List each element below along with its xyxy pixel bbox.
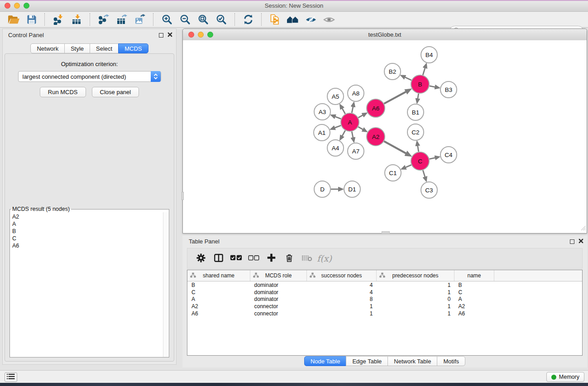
open-file-button[interactable] xyxy=(5,14,22,26)
network-canvas[interactable]: B4B2BB3A5A8A6B1A3AC2A1A2A4A7C4CC1C3DD1 xyxy=(183,40,587,233)
mcds-result-item[interactable]: A2 xyxy=(12,213,163,220)
table-cell[interactable]: connector xyxy=(250,303,307,310)
close-panel-action-button[interactable]: Close panel xyxy=(92,87,139,97)
run-mcds-button[interactable]: Run MCDS xyxy=(40,87,86,97)
tab-motifs[interactable]: Motifs xyxy=(437,356,465,366)
table-cell[interactable]: 1 xyxy=(307,303,377,310)
network-edge-A6-B[interactable] xyxy=(384,91,406,104)
add-column-button[interactable] xyxy=(263,251,280,266)
zoom-selected-button[interactable] xyxy=(213,13,229,26)
network-edge-C-C4[interactable] xyxy=(429,157,435,159)
table-cell[interactable]: A2 xyxy=(187,303,250,310)
resize-grip[interactable] xyxy=(581,224,586,233)
hide-selected-button[interactable] xyxy=(303,14,319,25)
zoom-fit-button[interactable] xyxy=(195,13,211,26)
zoom-out-button[interactable] xyxy=(177,13,193,26)
save-session-button[interactable] xyxy=(24,13,39,26)
column-settings-button[interactable] xyxy=(192,251,210,266)
network-edge-A-A8[interactable] xyxy=(352,106,353,113)
table-cell[interactable]: A xyxy=(454,296,494,303)
column-header-mcds-role[interactable]: MCDS role xyxy=(250,270,307,281)
export-image-button[interactable] xyxy=(132,13,148,26)
tab-network-table[interactable]: Network Table xyxy=(387,356,437,366)
network-edge-A-A1[interactable] xyxy=(334,125,341,128)
network-edge-A-A2[interactable] xyxy=(358,127,363,130)
tab-node-table[interactable]: Node Table xyxy=(304,356,347,366)
mcds-result-item[interactable]: B xyxy=(12,228,163,235)
table-cell[interactable]: dominator xyxy=(250,296,307,303)
tab-style[interactable]: Style xyxy=(64,43,90,53)
column-header-shared-name[interactable]: shared name xyxy=(187,270,250,281)
table-cell[interactable]: dominator xyxy=(250,289,307,296)
table-cell[interactable]: A6 xyxy=(187,310,250,317)
import-table-button[interactable] xyxy=(68,13,85,26)
table-cell[interactable]: 4 xyxy=(307,281,377,289)
refresh-button[interactable] xyxy=(240,13,256,26)
table-cell[interactable]: 1 xyxy=(377,281,454,289)
function-builder-button[interactable]: f(x) xyxy=(316,251,333,266)
table-cell[interactable]: A2 xyxy=(454,303,494,310)
first-neighbors-button[interactable] xyxy=(284,14,301,26)
table-cell[interactable]: 1 xyxy=(377,289,454,296)
export-network-button[interactable] xyxy=(96,13,112,26)
select-all-checks-button[interactable] xyxy=(227,251,245,266)
network-edge-B-B2[interactable] xyxy=(404,77,411,80)
tab-mcds[interactable]: MCDS xyxy=(118,43,148,53)
network-edge-A-A3[interactable] xyxy=(335,116,341,119)
mcds-result-item[interactable]: C xyxy=(12,235,163,242)
table-cell[interactable]: C xyxy=(187,289,250,296)
float-panel-button[interactable] xyxy=(159,33,163,38)
table-cell[interactable]: A xyxy=(187,296,250,303)
export-table-button[interactable] xyxy=(114,13,130,26)
network-edge-A-A7[interactable] xyxy=(352,132,353,138)
network-window-titlebar[interactable]: testGlobe.txt xyxy=(183,29,587,41)
show-hidden-button[interactable] xyxy=(321,14,337,25)
result-scrollbar[interactable] xyxy=(163,212,169,357)
tab-edge-table[interactable]: Edge Table xyxy=(346,356,388,366)
table-cell[interactable]: C xyxy=(454,289,494,296)
delete-column-button[interactable] xyxy=(280,251,298,266)
horizontal-split-handle[interactable] xyxy=(382,231,390,234)
network-edge-A-A4[interactable] xyxy=(342,130,345,136)
tab-network[interactable]: Network xyxy=(30,43,65,53)
memory-button[interactable]: Memory xyxy=(546,372,584,382)
column-header-predecessor-nodes[interactable]: predecessor nodes xyxy=(377,270,454,281)
close-panel-button[interactable] xyxy=(167,32,172,38)
criterion-select[interactable]: largest connected component (directed) xyxy=(18,71,161,82)
table-cell[interactable]: 4 xyxy=(307,289,377,296)
table-cell[interactable]: B xyxy=(454,281,494,289)
import-network-button[interactable] xyxy=(50,13,67,26)
network-edge-A-A5[interactable] xyxy=(342,108,345,114)
table-cell[interactable]: 1 xyxy=(377,303,454,310)
network-edge-B-B4[interactable] xyxy=(423,67,425,75)
mcds-result-item[interactable]: A6 xyxy=(12,242,163,249)
column-header-name[interactable]: name xyxy=(454,270,494,281)
delete-table-button[interactable] xyxy=(298,251,316,266)
table-cell[interactable]: A6 xyxy=(454,310,494,317)
column-header-successor-nodes[interactable]: successor nodes xyxy=(307,270,377,281)
table-cell[interactable]: 0 xyxy=(377,296,454,303)
table-cell[interactable]: 1 xyxy=(307,310,377,317)
network-edge-A2-C[interactable] xyxy=(384,141,406,153)
table-close-panel-button[interactable] xyxy=(578,238,583,245)
table-cell[interactable]: B xyxy=(187,281,250,289)
network-edge-C-C2[interactable] xyxy=(417,145,418,152)
network-edge-B-B1[interactable] xyxy=(418,94,419,100)
task-history-button[interactable] xyxy=(5,372,17,382)
tab-select[interactable]: Select xyxy=(90,43,119,53)
vertical-split-handle[interactable] xyxy=(182,192,184,200)
toggle-columns-button[interactable] xyxy=(210,251,227,266)
table-float-panel-button[interactable] xyxy=(570,239,574,244)
network-edge-B-B3[interactable] xyxy=(430,86,436,87)
deselect-all-checks-button[interactable] xyxy=(245,251,263,266)
table-cell[interactable]: 1 xyxy=(377,310,454,317)
mcds-result-item[interactable]: A xyxy=(12,220,163,228)
network-edge-C-C1[interactable] xyxy=(405,165,411,167)
table-cell[interactable]: connector xyxy=(250,310,307,317)
network-edge-A-A6[interactable] xyxy=(358,115,363,118)
zoom-in-button[interactable] xyxy=(159,13,175,26)
new-network-from-selection-button[interactable] xyxy=(267,13,282,26)
table-cell[interactable]: dominator xyxy=(250,281,307,289)
table-cell[interactable]: 8 xyxy=(307,296,377,303)
network-edge-C-C3[interactable] xyxy=(423,170,425,177)
